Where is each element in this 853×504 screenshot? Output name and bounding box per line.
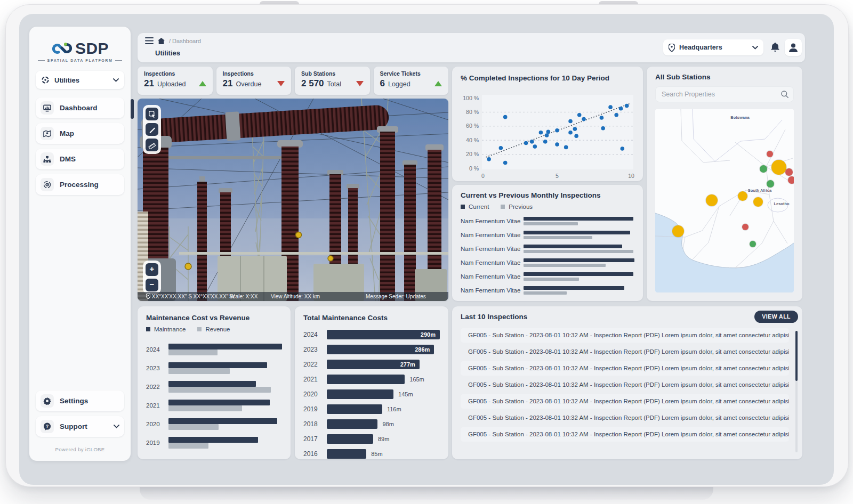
- bar-pair: [168, 418, 282, 430]
- breadcrumb[interactable]: / Dashboard: [169, 38, 201, 44]
- scrollbar-thumb[interactable]: [795, 331, 798, 381]
- dashboard-ui: SDP SPATIAL DATA PLATFORM Utilities Dash…: [0, 0, 853, 504]
- revenue-bar: [168, 368, 230, 374]
- cost-bar: 277m: [327, 360, 420, 369]
- zoom-out-button[interactable]: −: [146, 279, 158, 291]
- substation-image-viewer[interactable]: + − XX°XX'XX.XX" S XX°XX'XX.XX" W Scale:…: [138, 99, 448, 301]
- bar-pair: [524, 217, 634, 225]
- substation-marker-green[interactable]: [767, 180, 774, 188]
- legend-item-revenue: Revenue: [197, 326, 230, 332]
- revenue-bar: [168, 443, 208, 449]
- measure-tool-button[interactable]: [146, 139, 158, 151]
- substation-marker-yellow[interactable]: [738, 191, 747, 201]
- kpi-value-row: 6Logged: [380, 78, 442, 89]
- substation-marker-red[interactable]: [785, 168, 793, 176]
- select-tool-button[interactable]: [146, 108, 158, 120]
- bar-row-label: Nam Fernentum Vitae: [461, 287, 524, 294]
- inspection-list-item[interactable]: GF005 - Sub Station - 2023-08-01 10:32 A…: [461, 411, 789, 425]
- svg-text:40 %: 40 %: [466, 137, 479, 143]
- bar-zone: 85m: [327, 449, 440, 459]
- logo-tagline: SPATIAL DATA PLATFORM: [38, 59, 123, 62]
- inspection-list-item[interactable]: GF005 - Sub Station - 2023-08-01 10:32 A…: [461, 427, 789, 442]
- bar-zone: 145m: [327, 389, 440, 399]
- bar-row-label: Nam Fernentum Vitae: [461, 259, 524, 266]
- previous-bar: [524, 222, 578, 226]
- location-selector[interactable]: Headquarters: [663, 39, 763, 55]
- substation-marker-red[interactable]: [742, 224, 749, 230]
- top-bar: / Dashboard Utilities Headquarters: [138, 33, 805, 62]
- module-selector[interactable]: Utilities: [36, 71, 124, 89]
- message-readout: Message Seder: Updates: [366, 294, 426, 299]
- bar-row-label: 2019: [146, 440, 168, 446]
- bar-value-label: 98m: [382, 421, 393, 427]
- home-icon[interactable]: [158, 38, 165, 44]
- kpi-category: Inspections: [144, 70, 206, 77]
- inspection-list-item[interactable]: GF005 - Sub Station - 2023-08-01 10:32 A…: [461, 378, 789, 392]
- sidebar-item-map[interactable]: Map: [36, 123, 124, 144]
- sidebar-item-settings[interactable]: Settings: [36, 391, 124, 411]
- chevron-down-icon: [752, 46, 758, 50]
- user-avatar-button[interactable]: [785, 39, 802, 56]
- sidebar-item-dashboard[interactable]: Dashboard: [36, 97, 124, 118]
- notifications-button[interactable]: [771, 43, 779, 52]
- search-input[interactable]: [661, 90, 781, 99]
- current-bar: [524, 286, 624, 290]
- kpi-label: Overdue: [236, 80, 261, 88]
- bar-zone: 277m: [327, 360, 440, 369]
- chart-legend: CurrentPrevious: [461, 204, 634, 210]
- user-icon: [789, 43, 798, 52]
- draw-tool-button[interactable]: [146, 123, 158, 136]
- kpi-value: 21: [223, 78, 233, 89]
- cost-bar: 290m: [327, 330, 440, 339]
- substation-marker-red[interactable]: [788, 176, 794, 184]
- sidebar-item-label: DMS: [60, 155, 76, 163]
- substation-marker-yellow[interactable]: [771, 160, 786, 175]
- inspection-list-item[interactable]: GF005 - Sub Station - 2023-08-01 10:32 A…: [461, 328, 789, 343]
- kpi-card-logged: Service Tickets6Logged: [374, 67, 449, 95]
- sidebar-item-support[interactable]: ?Support: [36, 416, 124, 437]
- location-pin-icon: [669, 44, 675, 52]
- viewer-status-bar: XX°XX'XX.XX" S XX°XX'XX.XX" W Scale: X:X…: [138, 292, 448, 301]
- search-icon[interactable]: [781, 91, 788, 98]
- trend-down-icon: [356, 81, 364, 86]
- substation-marker-yellow[interactable]: [672, 225, 684, 237]
- cost-bar: [327, 419, 377, 429]
- page-title: Utilities: [155, 49, 180, 57]
- bar-value-label: 290m: [421, 331, 440, 338]
- map-viewport[interactable]: BotswanaSouth AfricaLesotho: [655, 109, 794, 292]
- inspection-list-item[interactable]: GF005 - Sub Station - 2023-08-01 10:32 A…: [461, 394, 789, 409]
- inspection-list-item[interactable]: GF005 - Sub Station - 2023-08-01 10:32 A…: [461, 345, 789, 359]
- bar-row: 2023: [146, 359, 282, 377]
- processing-icon: [41, 178, 54, 191]
- inspection-list-item[interactable]: GF005 - Sub Station - 2023-08-01 10:32 A…: [461, 361, 789, 376]
- bar-row: 2023286m: [303, 342, 440, 357]
- substation-marker-yellow[interactable]: [706, 194, 718, 206]
- svg-text:0 %: 0 %: [469, 165, 479, 172]
- substation-marker-green[interactable]: [750, 241, 756, 247]
- revenue-bar: [168, 405, 242, 411]
- svg-text:10: 10: [628, 173, 634, 179]
- sidebar-item-processing[interactable]: Processing: [36, 174, 124, 195]
- app-logo: SDP SPATIAL DATA PLATFORM: [36, 39, 124, 62]
- substation-marker-red[interactable]: [767, 151, 773, 157]
- map-icon: [41, 127, 54, 140]
- substation-marker-yellow[interactable]: [753, 197, 763, 207]
- current-bar: [524, 231, 630, 234]
- sidebar-item-dms[interactable]: DMS: [36, 149, 124, 169]
- bar-pair: [168, 362, 282, 374]
- hamburger-menu-icon[interactable]: [145, 37, 154, 44]
- kpi-row: Inspections21UploadedInspections21Overdu…: [138, 67, 448, 95]
- maintnance-bar: [168, 344, 282, 349]
- zoom-in-button[interactable]: +: [146, 263, 158, 276]
- bar-row-label: 2018: [303, 420, 327, 428]
- maintnance-bar: [168, 400, 270, 405]
- kpi-label: Logged: [388, 80, 411, 88]
- previous-bar: [524, 264, 606, 267]
- bar-row-label: 2024: [303, 331, 327, 338]
- bar-row-label: 2022: [303, 361, 327, 368]
- view-all-button[interactable]: VIEW ALL: [754, 311, 798, 323]
- sdp-logo-icon: [51, 40, 74, 56]
- kpi-value-row: 21Uploaded: [144, 78, 206, 89]
- substation-marker-green[interactable]: [760, 165, 767, 173]
- svg-text:20 %: 20 %: [466, 151, 479, 157]
